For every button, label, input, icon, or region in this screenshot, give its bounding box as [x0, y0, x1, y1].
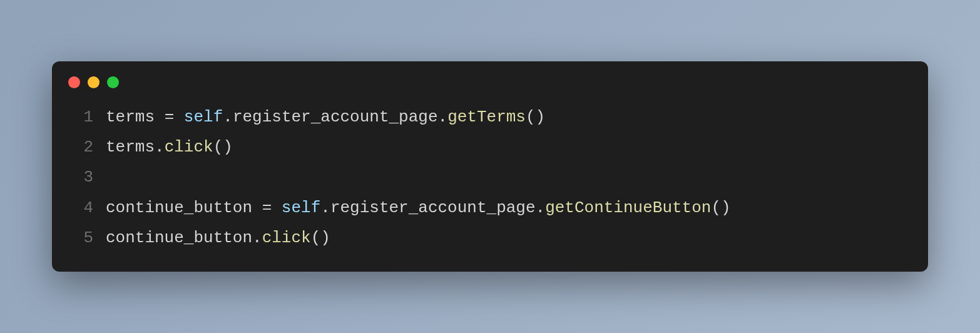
- code-token: continue_button: [106, 198, 262, 217]
- code-token: register_account_page: [233, 108, 438, 126]
- code-line: 2terms.click(): [68, 132, 912, 162]
- code-token: click: [165, 138, 213, 156]
- code-line: 3: [68, 162, 912, 192]
- code-token: =: [262, 198, 272, 217]
- code-token: .: [252, 228, 262, 247]
- code-token: (): [711, 198, 730, 217]
- code-token: continue_button: [106, 228, 252, 247]
- code-token: (): [213, 138, 233, 156]
- code-line: 5continue_button.click(): [68, 223, 912, 253]
- code-token: getContinueButton: [545, 198, 711, 217]
- code-token: self: [184, 108, 223, 126]
- close-icon[interactable]: [68, 76, 80, 88]
- line-content: terms.click(): [106, 132, 233, 162]
- line-number: 1: [68, 102, 93, 132]
- code-window: 1terms = self.register_account_page.getT…: [52, 61, 928, 271]
- code-token: click: [262, 228, 311, 247]
- code-token: =: [165, 108, 175, 126]
- code-token: getTerms: [447, 108, 526, 126]
- line-content: continue_button.click(): [106, 223, 330, 253]
- code-line: 4continue_button = self.register_account…: [68, 193, 912, 223]
- minimize-icon[interactable]: [88, 76, 100, 88]
- line-content: terms = self.register_account_page.getTe…: [106, 102, 545, 132]
- line-content: continue_button = self.register_account_…: [106, 193, 731, 223]
- code-token: (): [311, 228, 330, 247]
- code-token: .: [223, 108, 233, 126]
- line-number: 5: [68, 223, 93, 253]
- code-token: [174, 108, 184, 126]
- code-token: terms: [106, 138, 155, 156]
- code-token: terms: [106, 108, 165, 126]
- code-token: .: [536, 198, 546, 217]
- code-token: (): [526, 108, 545, 126]
- line-number: 4: [68, 193, 93, 223]
- code-token: .: [438, 108, 448, 126]
- zoom-icon[interactable]: [107, 76, 119, 88]
- code-token: register_account_page: [330, 198, 536, 217]
- code-token: self: [282, 198, 320, 217]
- code-line: 1terms = self.register_account_page.getT…: [68, 102, 912, 132]
- line-number: 3: [68, 162, 93, 192]
- code-token: [272, 198, 282, 217]
- line-number: 2: [68, 132, 93, 162]
- code-token: .: [155, 138, 165, 156]
- titlebar: [52, 76, 928, 102]
- code-token: .: [320, 198, 330, 217]
- code-block: 1terms = self.register_account_page.getT…: [52, 102, 928, 252]
